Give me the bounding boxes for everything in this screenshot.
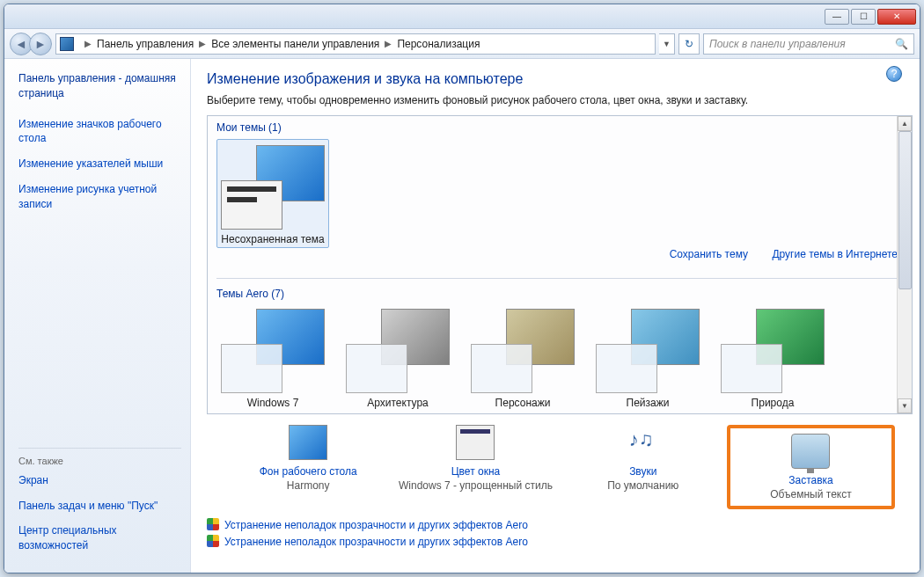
page-subtitle: Выберите тему, чтобы одновременно измени… — [207, 94, 913, 106]
my-themes-label: Мои темы (1) — [216, 121, 903, 134]
scroll-down-button[interactable]: ▼ — [898, 398, 912, 413]
minimize-button[interactable]: — — [825, 9, 849, 25]
theme-label: Архитектура — [341, 397, 454, 409]
body: Панель управления - домашняя страница Из… — [4, 59, 920, 573]
sidebar-link-mouse-pointers[interactable]: Изменение указателей мыши — [18, 157, 181, 172]
theme-thumb-icon — [221, 145, 325, 230]
theme-label: Windows 7 — [216, 397, 329, 409]
forward-button[interactable]: ► — [29, 33, 52, 55]
theme-architecture[interactable]: Архитектура — [341, 305, 454, 409]
troubleshoot-aero-link[interactable]: Устранение неполадок прозрачности и друг… — [207, 518, 913, 531]
screensaver-icon — [791, 434, 830, 469]
address-bar[interactable]: ▶ Панель управления ▶ Все элементы панел… — [55, 33, 656, 55]
action-desktop-background[interactable]: Фон рабочего стола Harmony — [224, 425, 392, 509]
sidebar: Панель управления - домашняя страница Из… — [4, 59, 191, 573]
see-also-ease-of-access[interactable]: Центр специальных возможностей — [18, 523, 181, 553]
chevron-right-icon: ▶ — [84, 39, 92, 48]
bottom-actions: Фон рабочего стола Harmony Цвет окна Win… — [207, 425, 913, 509]
action-sub: Windows 7 - упрощенный стиль — [392, 479, 559, 492]
theme-label: Природа — [716, 397, 829, 409]
chevron-right-icon: ▶ — [199, 39, 206, 48]
troubleshoot-aero-link[interactable]: Устранение неполадок прозрачности и друг… — [207, 535, 913, 548]
theme-landscapes[interactable]: Пейзажи — [591, 305, 704, 409]
navbar: ◄ ► ▶ Панель управления ▶ Все элементы п… — [4, 29, 920, 59]
chevron-right-icon: ▶ — [385, 39, 392, 48]
theme-thumb-icon — [596, 309, 700, 393]
desktop-background-icon — [289, 425, 327, 460]
theme-label: Персонажи — [466, 397, 579, 409]
search-icon: 🔍 — [895, 38, 908, 50]
see-also-taskbar[interactable]: Панель задач и меню "Пуск" — [18, 499, 181, 514]
action-label: Заставка — [734, 474, 888, 486]
theme-nature[interactable]: Природа — [716, 305, 829, 409]
sounds-icon — [624, 425, 663, 460]
action-sub: Объемный текст — [734, 488, 888, 500]
sidebar-link-desktop-icons[interactable]: Изменение значков рабочего стола — [18, 117, 181, 147]
breadcrumb-all-items[interactable]: Все элементы панели управления — [211, 38, 379, 50]
action-label: Звуки — [560, 465, 727, 478]
nav-buttons: ◄ ► — [10, 33, 52, 55]
theme-thumb-icon — [221, 309, 325, 393]
theme-thumb-icon — [721, 309, 825, 393]
scroll-up-button[interactable]: ▲ — [898, 116, 912, 131]
titlebar: — ☐ ✕ — [4, 4, 920, 29]
theme-characters[interactable]: Персонажи — [466, 305, 579, 409]
shield-icon — [207, 518, 219, 530]
theme-thumb-icon — [346, 309, 450, 393]
action-sub: Harmony — [224, 479, 392, 492]
sidebar-link-account-picture[interactable]: Изменение рисунка учетной записи — [18, 182, 181, 212]
close-button[interactable]: ✕ — [877, 9, 916, 25]
action-label: Цвет окна — [392, 465, 559, 478]
theme-unsaved[interactable]: Несохраненная тема — [216, 139, 329, 248]
page-title: Изменение изображения и звука на компьют… — [207, 71, 913, 87]
main-content: ? Изменение изображения и звука на компь… — [191, 59, 920, 573]
theme-label: Несохраненная тема — [219, 233, 326, 245]
help-icon[interactable]: ? — [886, 66, 902, 82]
aero-themes-label: Темы Aero (7) — [216, 288, 903, 300]
control-panel-window: — ☐ ✕ ◄ ► ▶ Панель управления ▶ Все элем… — [4, 4, 920, 573]
search-placeholder: Поиск в панели управления — [709, 38, 846, 50]
breadcrumb-personalization[interactable]: Персонализация — [397, 38, 480, 50]
search-input[interactable]: Поиск в панели управления 🔍 — [703, 33, 914, 55]
action-screensaver[interactable]: Заставка Объемный текст — [727, 425, 895, 509]
maximize-button[interactable]: ☐ — [851, 9, 876, 25]
save-theme-link[interactable]: Сохранить тему — [670, 248, 748, 260]
theme-links: Сохранить тему Другие темы в Интернете — [649, 248, 898, 260]
address-dropdown[interactable]: ▼ — [659, 33, 675, 55]
control-panel-icon — [60, 37, 74, 51]
sidebar-home-link[interactable]: Панель управления - домашняя страница — [18, 71, 181, 101]
shield-icon — [207, 535, 219, 547]
action-sub: По умолчанию — [560, 479, 727, 492]
separator — [216, 278, 903, 279]
scroll-thumb[interactable] — [898, 131, 912, 289]
action-label: Фон рабочего стола — [224, 465, 392, 478]
more-themes-link[interactable]: Другие темы в Интернете — [772, 248, 898, 260]
theme-windows7[interactable]: Windows 7 — [216, 305, 329, 409]
theme-label: Пейзажи — [591, 397, 704, 409]
action-window-color[interactable]: Цвет окна Windows 7 - упрощенный стиль — [392, 425, 559, 509]
theme-thumb-icon — [471, 309, 575, 393]
vertical-scrollbar[interactable]: ▲ ▼ — [897, 116, 912, 413]
action-sounds[interactable]: Звуки По умолчанию — [560, 425, 727, 509]
see-also-label: См. также — [18, 448, 181, 466]
breadcrumb-control-panel[interactable]: Панель управления — [97, 38, 194, 50]
troubleshoot-links: Устранение неполадок прозрачности и друг… — [207, 518, 913, 548]
my-themes-row: Несохраненная тема — [216, 139, 903, 248]
see-also-display[interactable]: Экран — [18, 473, 181, 488]
themes-panel: Мои темы (1) Несохраненная тема Сохранит… — [207, 115, 913, 414]
aero-themes-row: Windows 7 Архитектура Персонажи Пейзажи — [216, 305, 903, 409]
window-color-icon — [456, 425, 495, 460]
refresh-button[interactable]: ↻ — [678, 33, 700, 55]
